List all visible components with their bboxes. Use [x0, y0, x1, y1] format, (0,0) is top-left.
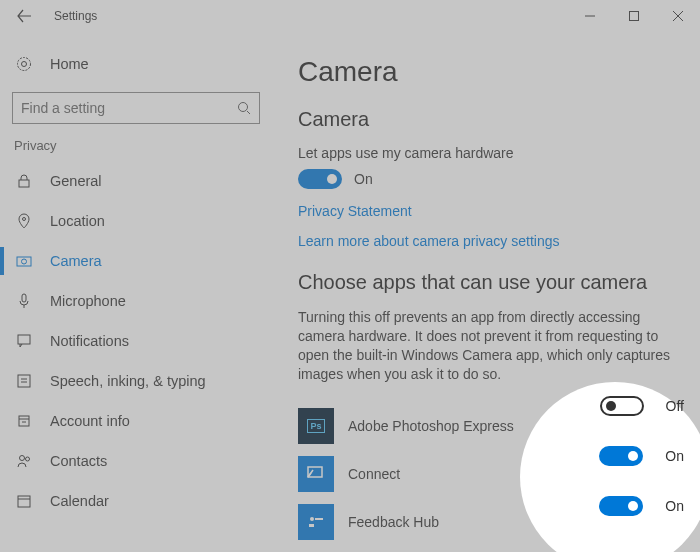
app-icon-connect — [298, 456, 334, 492]
back-button[interactable] — [8, 0, 40, 32]
window-controls — [568, 0, 700, 32]
app-toggles-highlight: Off On On — [594, 396, 684, 516]
notifications-icon — [16, 333, 32, 349]
app-toggle-text: Off — [666, 398, 684, 414]
camera-icon — [16, 253, 32, 269]
sidebar-item-label: Contacts — [50, 453, 107, 469]
sidebar-home[interactable]: Home — [0, 44, 270, 84]
close-icon — [673, 11, 683, 21]
svg-rect-8 — [19, 180, 29, 187]
section-camera-title: Camera — [298, 108, 676, 131]
app-toggle-photoshop[interactable] — [600, 396, 644, 416]
sidebar-home-label: Home — [50, 56, 89, 72]
account-icon — [16, 413, 32, 429]
svg-rect-10 — [17, 257, 31, 266]
choose-apps-title: Choose apps that can use your camera — [298, 271, 676, 294]
location-icon — [16, 213, 32, 229]
master-toggle-text: On — [354, 171, 373, 187]
sidebar-item-label: Speech, inking, & typing — [50, 373, 206, 389]
svg-point-25 — [310, 517, 314, 521]
svg-rect-22 — [18, 496, 30, 507]
app-name: Feedback Hub — [348, 514, 439, 530]
speech-icon — [16, 373, 32, 389]
svg-point-6 — [239, 103, 248, 112]
sidebar-item-location[interactable]: Location — [0, 201, 270, 241]
titlebar: Settings — [0, 0, 700, 32]
contacts-icon — [16, 453, 32, 469]
calendar-icon — [16, 493, 32, 509]
app-toggle-connect[interactable] — [599, 446, 643, 466]
choose-apps-desc: Turning this off prevents an app from di… — [298, 308, 676, 384]
let-apps-label: Let apps use my camera hardware — [298, 145, 676, 161]
maximize-icon — [629, 11, 639, 21]
sidebar-item-microphone[interactable]: Microphone — [0, 281, 270, 321]
sidebar-item-camera[interactable]: Camera — [0, 241, 270, 281]
app-icon-photoshop: Ps — [298, 408, 334, 444]
svg-point-4 — [18, 58, 31, 71]
svg-point-20 — [20, 456, 25, 461]
svg-rect-24 — [308, 467, 322, 477]
page-title: Camera — [298, 56, 676, 88]
maximize-button[interactable] — [612, 0, 656, 32]
search-icon — [237, 101, 251, 115]
gear-icon — [16, 56, 32, 72]
app-toggle-text: On — [665, 448, 684, 464]
minimize-button[interactable] — [568, 0, 612, 32]
svg-point-5 — [22, 62, 27, 67]
arrow-left-icon — [17, 9, 31, 23]
svg-point-11 — [22, 259, 27, 264]
sidebar-item-label: Calendar — [50, 493, 109, 509]
search-box[interactable] — [12, 92, 260, 124]
connect-icon — [305, 463, 327, 485]
learn-more-link[interactable]: Learn more about camera privacy settings — [298, 233, 676, 249]
sidebar-item-account[interactable]: Account info — [0, 401, 270, 441]
svg-rect-14 — [18, 375, 30, 387]
sidebar-item-calendar[interactable]: Calendar — [0, 481, 270, 521]
sidebar-item-label: Microphone — [50, 293, 126, 309]
feedback-icon — [305, 511, 327, 533]
sidebar-item-label: Notifications — [50, 333, 129, 349]
svg-rect-27 — [309, 524, 314, 527]
lock-icon — [16, 173, 32, 189]
svg-rect-13 — [18, 335, 30, 344]
sidebar-item-general[interactable]: General — [0, 161, 270, 201]
svg-line-7 — [247, 111, 250, 114]
sidebar-item-speech[interactable]: Speech, inking, & typing — [0, 361, 270, 401]
close-button[interactable] — [656, 0, 700, 32]
svg-point-9 — [23, 218, 26, 221]
window-title: Settings — [54, 9, 97, 23]
sidebar: Home Privacy General Location Camera Mic… — [0, 32, 270, 552]
microphone-icon — [16, 293, 32, 309]
sidebar-item-label: General — [50, 173, 102, 189]
sidebar-item-label: Camera — [50, 253, 102, 269]
app-toggle-feedback[interactable] — [599, 496, 643, 516]
sidebar-item-contacts[interactable]: Contacts — [0, 441, 270, 481]
sidebar-item-label: Location — [50, 213, 105, 229]
svg-rect-17 — [19, 416, 29, 426]
app-icon-feedback — [298, 504, 334, 540]
svg-rect-12 — [22, 294, 26, 302]
sidebar-item-label: Account info — [50, 413, 130, 429]
app-name: Adobe Photoshop Express — [348, 418, 514, 434]
master-camera-toggle[interactable] — [298, 169, 342, 189]
privacy-statement-link[interactable]: Privacy Statement — [298, 203, 676, 219]
svg-rect-1 — [630, 12, 639, 21]
app-toggle-text: On — [665, 498, 684, 514]
sidebar-group-label: Privacy — [0, 138, 270, 157]
minimize-icon — [585, 11, 595, 21]
search-input[interactable] — [21, 100, 237, 116]
svg-point-21 — [26, 457, 30, 461]
svg-rect-26 — [315, 518, 323, 520]
app-name: Connect — [348, 466, 400, 482]
sidebar-item-notifications[interactable]: Notifications — [0, 321, 270, 361]
